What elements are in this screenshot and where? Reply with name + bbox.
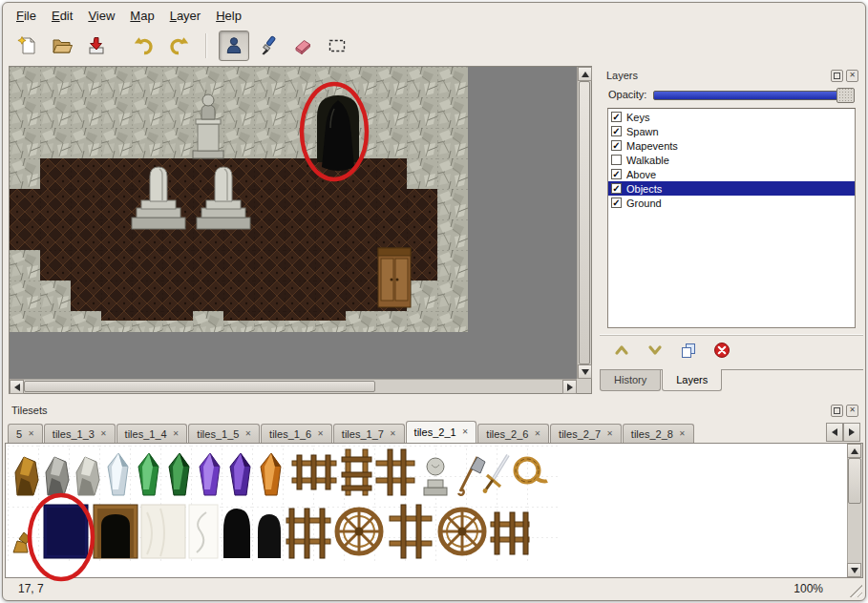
map-canvas[interactable]	[10, 67, 468, 332]
close-tilesets-button[interactable]: ✕	[846, 405, 858, 417]
stamp-tool-button[interactable]	[219, 31, 249, 61]
redo-button[interactable]	[163, 31, 194, 61]
open-map-button[interactable]	[47, 31, 77, 61]
menu-item-edit[interactable]: Edit	[44, 6, 80, 26]
layer-row-ground[interactable]: ✓Ground	[608, 196, 855, 210]
tab-close-icon[interactable]: ✕	[390, 430, 396, 438]
undo-button[interactable]	[129, 31, 159, 61]
eraser-tool-button[interactable]	[287, 31, 318, 61]
tileset-canvas[interactable]	[8, 446, 836, 562]
tileset-tab-5[interactable]: 5✕	[8, 424, 43, 443]
tileset-tab-tiles_1_4[interactable]: tiles_1_4✕	[116, 424, 188, 443]
layer-row-spawn[interactable]: ✓Spawn	[608, 124, 855, 138]
tile-cart-wheel-left[interactable]	[337, 509, 381, 553]
close-panel-button[interactable]: ✕	[846, 70, 858, 82]
tab-close-icon[interactable]: ✕	[679, 430, 686, 438]
lower-layer-button[interactable]	[645, 340, 666, 361]
layer-row-objects[interactable]: ✓Objects	[608, 181, 855, 196]
scroll-up-arrow[interactable]	[847, 444, 861, 458]
tabs-scroll-right-button[interactable]	[843, 423, 860, 442]
tileset-vertical-scrollbar[interactable]	[847, 444, 862, 577]
save-map-button[interactable]	[81, 31, 112, 61]
layer-label: Objects	[626, 183, 662, 195]
scroll-up-arrow[interactable]	[578, 67, 592, 81]
tileset-scroll-thumb[interactable]	[848, 458, 861, 504]
opacity-slider[interactable]	[653, 88, 855, 101]
map-viewport[interactable]	[10, 67, 577, 379]
tile-track-horizontal[interactable]	[292, 455, 336, 489]
tile-wooden-doorway[interactable]	[94, 505, 138, 558]
scroll-down-arrow[interactable]	[847, 563, 861, 577]
tab-close-icon[interactable]: ✕	[244, 430, 251, 438]
float-tilesets-button[interactable]	[831, 405, 843, 417]
scroll-left-arrow[interactable]	[10, 380, 24, 394]
chevron-up-icon	[613, 342, 630, 359]
tileset-tab-tiles_1_7[interactable]: tiles_1_7✕	[333, 424, 405, 443]
map-horizontal-scrollbar[interactable]	[10, 379, 577, 393]
tileset-tab-tiles_2_7[interactable]: tiles_2_7✕	[550, 424, 622, 443]
tileset-tab-tiles_1_3[interactable]: tiles_1_3✕	[44, 424, 116, 443]
layer-visibility-checkbox[interactable]: ✓	[611, 112, 622, 122]
raise-layer-button[interactable]	[611, 340, 632, 361]
new-map-button[interactable]	[12, 31, 43, 61]
duplicate-layer-button[interactable]	[678, 340, 699, 361]
opacity-slider-track[interactable]	[653, 91, 853, 100]
tileset-tab-tiles_1_5[interactable]: tiles_1_5✕	[188, 424, 260, 443]
layer-visibility-checkbox[interactable]: ✓	[611, 140, 622, 151]
menu-item-map[interactable]: Map	[122, 6, 161, 26]
vertical-scroll-thumb[interactable]	[579, 81, 590, 364]
layers-panel-tabs: HistoryLayers	[600, 369, 863, 394]
tile-cart-wheel-right[interactable]	[440, 509, 484, 553]
tileset-tab-tiles_2_1[interactable]: tiles_2_1✕	[406, 421, 477, 443]
menu-item-view[interactable]: View	[80, 6, 122, 26]
layer-row-above[interactable]: ✓Above	[608, 167, 855, 181]
tileset-tab-tiles_2_8[interactable]: tiles_2_8✕	[623, 424, 694, 443]
layer-row-mapevents[interactable]: ✓Mapevents	[608, 138, 855, 153]
tile-track-short[interactable]	[491, 512, 529, 554]
scroll-down-arrow[interactable]	[578, 364, 592, 379]
tab-close-icon[interactable]: ✕	[606, 430, 613, 438]
layers-list[interactable]: ✓Keys✓Spawn✓MapeventsWalkable✓Above✓Obje…	[607, 108, 856, 328]
layer-visibility-checkbox[interactable]: ✓	[611, 126, 622, 136]
tab-close-icon[interactable]: ✕	[534, 430, 540, 438]
tabs-scroll-left-button[interactable]	[826, 423, 843, 442]
delete-circle-x-icon	[713, 342, 730, 359]
tab-close-icon[interactable]: ✕	[173, 430, 180, 438]
opacity-slider-handle[interactable]	[836, 88, 855, 103]
layer-row-walkable[interactable]: Walkable	[608, 153, 855, 167]
tile-fence[interactable]	[286, 509, 330, 558]
panel-tab-layers[interactable]: Layers	[662, 369, 722, 391]
float-panel-button[interactable]	[831, 70, 843, 82]
tileset-tab-tiles_1_6[interactable]: tiles_1_6✕	[261, 424, 332, 443]
tile-cave-arch-small[interactable]	[258, 514, 281, 558]
menu-item-file[interactable]: File	[9, 6, 44, 26]
layer-visibility-checkbox[interactable]: ✓	[611, 183, 622, 194]
select-tool-button[interactable]	[322, 31, 352, 61]
delete-layer-button[interactable]	[711, 340, 732, 361]
tile-white-wisp[interactable]	[189, 505, 218, 558]
scroll-right-arrow[interactable]	[562, 380, 577, 394]
tileset-content[interactable]	[5, 443, 863, 578]
tab-close-icon[interactable]: ✕	[100, 430, 107, 438]
tile-navy-selected[interactable]	[44, 505, 88, 558]
layer-row-keys[interactable]: ✓Keys	[608, 110, 855, 124]
tileset-tab-label: tiles_1_7	[342, 428, 384, 440]
resize-grip[interactable]	[848, 583, 862, 597]
menu-item-layer[interactable]: Layer	[162, 6, 209, 26]
layer-visibility-checkbox[interactable]: ✓	[611, 169, 622, 179]
menu-item-help[interactable]: Help	[208, 6, 249, 26]
tile-pale-block[interactable]	[141, 505, 185, 558]
map-vertical-scrollbar[interactable]	[577, 67, 591, 379]
horizontal-scroll-thumb[interactable]	[24, 381, 375, 392]
layer-visibility-checkbox[interactable]	[611, 155, 622, 165]
layer-visibility-checkbox[interactable]: ✓	[611, 198, 622, 208]
tab-close-icon[interactable]: ✕	[317, 430, 324, 438]
paint-brush-icon	[258, 35, 279, 56]
tab-close-icon[interactable]: ✕	[28, 430, 34, 438]
tile-cave-arch-large[interactable]	[223, 509, 250, 558]
layers-panel-header: Layers ✕	[600, 66, 863, 84]
tab-close-icon[interactable]: ✕	[462, 428, 469, 436]
tileset-tab-tiles_2_6[interactable]: tiles_2_6✕	[477, 424, 549, 443]
panel-tab-history[interactable]: History	[600, 370, 661, 391]
brush-tool-button[interactable]	[253, 31, 284, 61]
